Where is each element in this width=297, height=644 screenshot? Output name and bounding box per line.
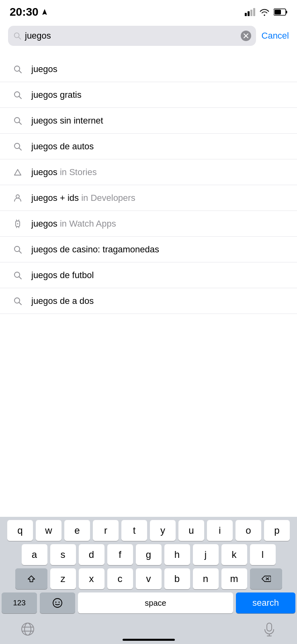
key-c[interactable]: c	[107, 568, 133, 589]
globe-icon[interactable]	[20, 621, 35, 637]
suggestion-icon-search	[10, 87, 26, 103]
key-w[interactable]: w	[36, 520, 61, 541]
key-x[interactable]: x	[79, 568, 104, 589]
suggestions-list: juegos juegos gratis juegos sin internet…	[0, 56, 297, 314]
clear-icon	[243, 33, 249, 39]
svg-line-12	[19, 70, 22, 73]
cancel-button[interactable]: Cancel	[262, 31, 289, 41]
search-key[interactable]: search	[236, 592, 295, 613]
svg-line-30	[19, 277, 22, 279]
key-a[interactable]: a	[22, 544, 47, 565]
key-k[interactable]: k	[221, 544, 247, 565]
keyboard-row-3: zxcvbnm	[0, 568, 297, 589]
svg-line-24	[16, 227, 17, 228]
suggestion-item-8[interactable]: juegos de futbol	[0, 262, 297, 288]
key-d[interactable]: d	[79, 544, 104, 565]
suggestion-item-4[interactable]: juegos in Stories	[0, 159, 297, 185]
suggestion-text-7: juegos de casino: tragamonedas	[31, 244, 159, 255]
clear-search-button[interactable]	[241, 31, 251, 41]
key-j[interactable]: j	[193, 544, 219, 565]
svg-point-37	[59, 602, 60, 603]
svg-line-22	[16, 220, 17, 221]
svg-line-23	[18, 220, 19, 221]
suggestion-item-7[interactable]: juegos de casino: tragamonedas	[0, 237, 297, 262]
key-o[interactable]: o	[236, 520, 261, 541]
status-bar: 20:30	[0, 0, 297, 22]
home-indicator	[123, 639, 175, 641]
keyboard-row-4: 123 spacesearch	[0, 592, 297, 613]
key-t[interactable]: t	[121, 520, 147, 541]
key-r[interactable]: r	[93, 520, 119, 541]
suggestion-text-1: juegos gratis	[31, 90, 82, 100]
svg-point-35	[53, 599, 62, 607]
delete-key[interactable]	[250, 568, 282, 589]
suggestion-text-6: juegos in Watch Apps	[31, 219, 116, 229]
svg-rect-2	[250, 10, 252, 16]
suggestion-icon-search	[10, 113, 26, 129]
suggestion-icon-search	[10, 61, 26, 77]
suggestion-text-5: juegos + ids in Developers	[31, 193, 135, 203]
suggestion-item-9[interactable]: juegos de a dos	[0, 288, 297, 314]
key-n[interactable]: n	[193, 568, 219, 589]
suggestion-item-2[interactable]: juegos sin internet	[0, 108, 297, 134]
svg-point-39	[25, 623, 31, 635]
suggestion-text-8: juegos de futbol	[31, 270, 94, 281]
keyboard-row-2: asdfghjkl	[0, 544, 297, 565]
suggestion-item-5[interactable]: juegos + ids in Developers	[0, 185, 297, 211]
key-b[interactable]: b	[164, 568, 190, 589]
suggestion-item-3[interactable]: juegos de autos	[0, 134, 297, 159]
key-e[interactable]: e	[64, 520, 90, 541]
emoji-key[interactable]	[40, 592, 75, 613]
microphone-icon[interactable]	[262, 621, 277, 637]
key-g[interactable]: g	[136, 544, 162, 565]
svg-rect-0	[245, 13, 247, 16]
key-u[interactable]: u	[178, 520, 204, 541]
svg-point-20	[16, 195, 19, 198]
key-s[interactable]: s	[50, 544, 76, 565]
key-l[interactable]: l	[250, 544, 276, 565]
suggestion-text-2: juegos sin internet	[31, 116, 103, 126]
search-query-text: juegos	[25, 31, 238, 41]
suggestion-item-0[interactable]: juegos	[0, 56, 297, 82]
suggestion-icon-search	[10, 138, 26, 155]
key-i[interactable]: i	[207, 520, 233, 541]
shift-key[interactable]	[15, 568, 47, 589]
location-icon	[41, 8, 48, 16]
key-h[interactable]: h	[164, 544, 190, 565]
suggestion-text-3: juegos de autos	[31, 141, 94, 152]
key-v[interactable]: v	[136, 568, 162, 589]
search-input-bar[interactable]: juegos	[8, 26, 256, 46]
key-z[interactable]: z	[50, 568, 76, 589]
svg-line-14	[19, 96, 22, 99]
svg-line-16	[19, 122, 22, 124]
svg-point-36	[55, 602, 57, 603]
suggestion-item-1[interactable]: juegos gratis	[0, 82, 297, 108]
search-bar-icon	[13, 31, 22, 40]
key-y[interactable]: y	[150, 520, 176, 541]
search-bar-container: juegos Cancel	[0, 22, 297, 50]
suggestion-icon-search	[10, 267, 26, 283]
suggestion-icon-developer	[10, 190, 26, 206]
key-q[interactable]: q	[7, 520, 33, 541]
suggestion-icon-search	[10, 242, 26, 258]
battery-icon	[274, 8, 287, 16]
svg-point-26	[17, 223, 18, 224]
svg-line-32	[19, 302, 22, 305]
key-f[interactable]: f	[107, 544, 133, 565]
key-m[interactable]: m	[221, 568, 247, 589]
key-p[interactable]: p	[264, 520, 290, 541]
svg-rect-3	[253, 8, 255, 16]
numbers-key[interactable]: 123	[2, 592, 37, 613]
svg-point-38	[22, 623, 34, 635]
suggestion-text-4: juegos in Stories	[31, 167, 97, 178]
status-time: 20:30	[10, 6, 48, 19]
suggestion-text-0: juegos	[31, 64, 57, 74]
status-icons	[245, 8, 287, 16]
suggestion-item-6[interactable]: juegos in Watch Apps	[0, 211, 297, 237]
wifi-icon	[259, 8, 270, 16]
suggestion-icon-stories	[10, 164, 26, 180]
space-key[interactable]: space	[78, 592, 233, 613]
svg-line-25	[18, 227, 19, 228]
svg-rect-1	[248, 11, 250, 16]
suggestion-icon-watch	[10, 216, 26, 232]
